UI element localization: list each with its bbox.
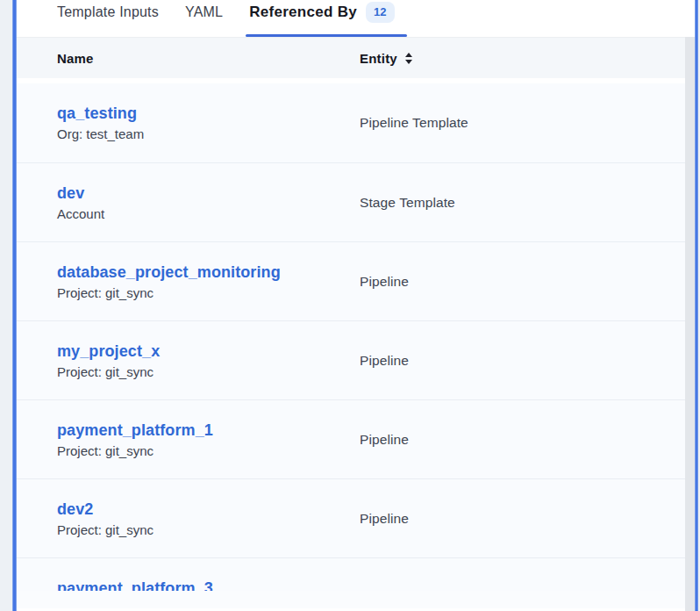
entity-type-value: Pipeline <box>360 432 685 448</box>
reference-scope-label: Project: git_sync <box>57 364 360 380</box>
table-header-row: Name Entity <box>17 37 685 78</box>
reference-name-link[interactable]: my_project_x <box>57 341 360 361</box>
entity-type-value: Pipeline <box>360 511 685 527</box>
tab-template-inputs[interactable]: Template Inputs <box>57 2 159 37</box>
table-rows-viewport[interactable]: qa_testing Org: test_team Pipeline Templ… <box>17 83 685 591</box>
drawer-tabbar: Template Inputs YAML Referenced By 12 <box>17 0 695 37</box>
table-row[interactable]: qa_testing Org: test_team Pipeline Templ… <box>17 83 685 162</box>
table-row[interactable]: database_project_monitoring Project: git… <box>17 241 685 320</box>
reference-name-cell: payment_platform_3 <box>57 579 360 592</box>
tab-label: YAML <box>185 4 223 20</box>
reference-name-cell: my_project_x Project: git_sync <box>57 341 360 380</box>
reference-name-cell: database_project_monitoring Project: git… <box>57 262 360 301</box>
references-drawer: Template Inputs YAML Referenced By 12 Na… <box>0 0 700 611</box>
reference-name-link[interactable]: qa_testing <box>57 104 360 123</box>
referenced-by-count-badge: 12 <box>366 2 394 23</box>
drawer-left-accent-border <box>12 0 17 611</box>
reference-scope-label: Org: test_team <box>57 126 360 142</box>
column-header-entity[interactable]: Entity <box>360 51 685 66</box>
tab-label: Template Inputs <box>57 4 159 20</box>
column-header-name[interactable]: Name <box>57 51 360 66</box>
reference-name-cell: dev Account <box>57 183 360 222</box>
tab-referenced-by[interactable]: Referenced By 12 <box>249 2 394 37</box>
entity-type-value: Pipeline Template <box>360 115 685 131</box>
reference-name-cell: qa_testing Org: test_team <box>57 104 360 142</box>
tab-yaml[interactable]: YAML <box>185 2 223 37</box>
reference-name-link[interactable]: database_project_monitoring <box>57 262 360 282</box>
tab-label: Referenced By <box>249 4 357 21</box>
reference-scope-label: Account <box>57 206 360 222</box>
reference-name-link[interactable]: payment_platform_3 <box>57 579 360 592</box>
drawer-panel: Template Inputs YAML Referenced By 12 Na… <box>17 0 695 611</box>
table-row[interactable]: payment_platform_1 Project: git_sync Pip… <box>17 399 685 478</box>
scrollbar-track[interactable] <box>685 37 695 611</box>
entity-type-value: Stage Template <box>360 195 685 211</box>
table-row[interactable]: dev Account Stage Template <box>17 162 685 241</box>
reference-scope-label: Project: git_sync <box>57 522 360 538</box>
table-row[interactable]: payment_platform_3 <box>17 557 685 591</box>
reference-scope-label: Project: git_sync <box>57 285 360 301</box>
reference-name-cell: dev2 Project: git_sync <box>57 500 360 538</box>
column-header-entity-label: Entity <box>360 51 397 66</box>
reference-scope-label: Project: git_sync <box>57 443 360 459</box>
reference-name-link[interactable]: dev2 <box>57 500 360 519</box>
sort-arrows-icon[interactable] <box>405 53 412 64</box>
reference-name-link[interactable]: payment_platform_1 <box>57 421 360 440</box>
reference-name-cell: payment_platform_1 Project: git_sync <box>57 421 360 459</box>
reference-name-link[interactable]: dev <box>57 183 360 203</box>
references-table: Name Entity qa_testing Org: test_team Pi… <box>17 37 685 591</box>
table-row[interactable]: my_project_x Project: git_sync Pipeline <box>17 320 685 399</box>
table-row[interactable]: dev2 Project: git_sync Pipeline <box>17 478 685 557</box>
entity-type-value: Pipeline <box>360 353 685 369</box>
entity-type-value: Pipeline <box>360 274 685 290</box>
